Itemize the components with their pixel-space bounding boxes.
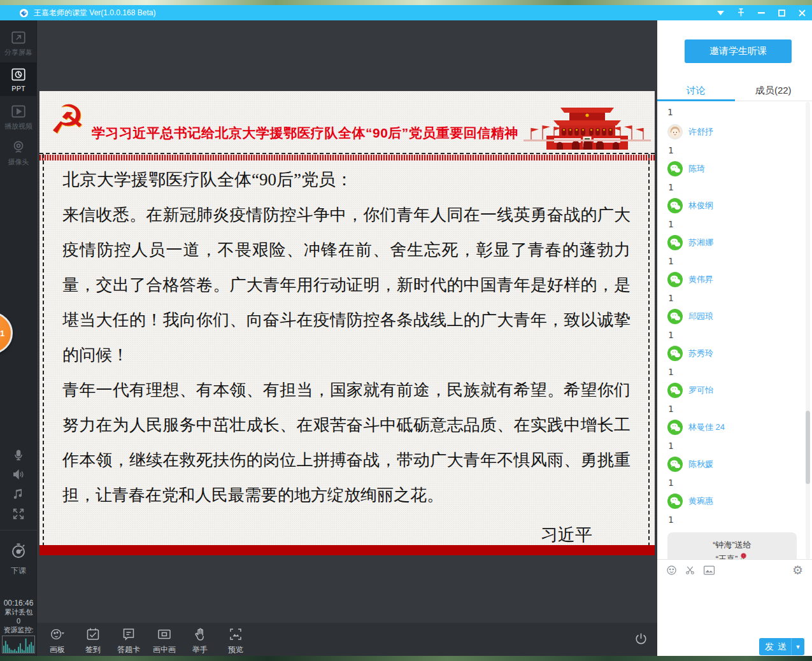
letter-paragraph: 青年一代有理想、有本领、有担当，国家就有前途，民族就有希望。希望你们努力在为人民…: [62, 373, 630, 513]
chat-message: 黄伟昇 1: [667, 271, 807, 303]
image-icon[interactable]: [703, 565, 715, 576]
sidebar: 分享屏幕 PPT 播放视频 摄像头 81: [0, 20, 37, 656]
tab-members[interactable]: 成员(22): [735, 82, 812, 101]
sidebar-divider: [0, 530, 37, 530]
chat-message-text: 1: [668, 145, 807, 155]
desktop-wallpaper-top: [0, 0, 812, 5]
presentation-stage: ☭ 学习习近平总书记给北京大学援鄂医疗队全体“90后”党员重要回信精神: [37, 20, 657, 656]
picture-in-picture-icon: [157, 627, 172, 642]
send-button[interactable]: 发送: [759, 638, 791, 655]
chat-sender-name: 邱园琅: [688, 311, 713, 322]
chat-message-text: 1: [668, 219, 807, 229]
gift-system-message: “钟海”送给 “王嘉”: [667, 532, 797, 559]
wechat-avatar: [667, 161, 683, 176]
sidebar-item-ppt[interactable]: PPT: [0, 62, 37, 96]
desktop-wallpaper-bottom: [0, 656, 812, 661]
answer-card-icon: [121, 627, 136, 642]
chat-message: 陈琦 1: [667, 160, 807, 192]
titlebar: 王嘉老师的课堂 Ver(1.0.0.168 Beta): [0, 5, 812, 20]
wechat-avatar: [667, 198, 683, 213]
send-options-caret[interactable]: ▼: [791, 638, 804, 655]
signin-calendar-icon: [85, 627, 101, 642]
chat-sender-name: 黄琬惠: [688, 495, 713, 507]
chat-message-list[interactable]: 1 许舒抒 1 陈琦 1: [657, 102, 807, 559]
chat-message: 陈秋媛 1: [667, 456, 807, 488]
app-window: 王嘉老师的课堂 Ver(1.0.0.168 Beta): [0, 0, 812, 661]
chat-message: 邱园琅 1: [667, 308, 807, 340]
share-screen-icon: [10, 29, 27, 46]
sidebar-item-camera[interactable]: 摄像头: [0, 139, 37, 167]
ppt-slide: ☭ 学习习近平总书记给北京大学援鄂医疗队全体“90后”党员重要回信精神: [39, 91, 655, 555]
end-class-button[interactable]: 下课: [0, 541, 37, 576]
chat-message: 罗可怡 1: [667, 382, 807, 414]
floating-badge[interactable]: 81: [0, 312, 13, 354]
chat-input[interactable]: [657, 581, 812, 636]
chat-message-text: 1: [668, 330, 807, 340]
sidebar-item-play-video[interactable]: 播放视频: [0, 103, 37, 131]
chat-panel: 邀请学生听课 讨论 成员(22) 1 许舒抒 1: [657, 20, 812, 656]
toolbar-item-signin[interactable]: 签到: [75, 627, 111, 655]
resource-monitor-graph: [2, 636, 35, 653]
music-icon[interactable]: [0, 487, 37, 501]
wechat-avatar: [667, 383, 683, 398]
power-icon[interactable]: [634, 632, 648, 649]
toolbar-item-pip[interactable]: 画中画: [146, 627, 182, 655]
ppt-icon: [10, 66, 27, 83]
chat-toolbar: ⚙: [657, 559, 812, 580]
chat-message: 苏湘娜 1: [667, 234, 807, 266]
settings-gear-icon[interactable]: ⚙: [792, 564, 803, 576]
dropdown-caret-icon[interactable]: [710, 5, 730, 20]
end-class-timer-icon: [9, 541, 28, 560]
resource-monitor-label: 资源监控:: [0, 625, 37, 634]
stage-toolbar: 画板 签到 答题卡 画中画: [37, 623, 657, 656]
send-button-group: 发送 ▼: [759, 638, 804, 655]
tab-discussion[interactable]: 讨论: [657, 82, 735, 101]
invite-students-button[interactable]: 邀请学生听课: [685, 39, 792, 63]
preview-icon: [228, 627, 243, 642]
toolbar-item-raise-hand[interactable]: 举手: [182, 627, 218, 655]
camera-icon: [10, 139, 27, 155]
chat-sender-name: 苏秀玲: [688, 348, 713, 359]
toolbar-item-answer-card[interactable]: 答题卡: [111, 627, 146, 655]
chat-message-text: 1: [667, 107, 807, 117]
wechat-avatar: [667, 457, 683, 472]
wechat-avatar: [667, 235, 683, 250]
close-button[interactable]: [792, 5, 812, 20]
microphone-icon[interactable]: [0, 448, 37, 462]
chat-message-text: 1: [668, 182, 807, 192]
chat-scrollbar-thumb[interactable]: [806, 411, 810, 484]
wechat-avatar: [667, 346, 683, 361]
letter-paragraph: 来信收悉。在新冠肺炎疫情防控斗争中，你们青年人同在一线英勇奋战的广大疫情防控人员…: [62, 197, 630, 373]
chat-message-text: 1: [668, 478, 807, 488]
play-video-icon: [10, 103, 27, 120]
maximize-button[interactable]: [771, 5, 792, 20]
chat-message-text: 1: [668, 404, 807, 414]
chat-message-text: 1: [668, 293, 807, 303]
minimize-button[interactable]: [751, 5, 771, 20]
class-timer: 00:16:46: [0, 599, 37, 608]
toolbar-item-whiteboard[interactable]: 画板: [39, 627, 75, 655]
connection-stats: 00:16:46 累计丢包 0 资源监控:: [0, 599, 37, 653]
letter-body: 北京大学援鄂医疗队全体“90后”党员： 来信收悉。在新冠肺炎疫情防控斗争中，你们…: [45, 162, 648, 555]
chat-sender-name: 林俊纲: [688, 200, 713, 211]
toolbar-item-preview[interactable]: 预览: [218, 627, 253, 655]
chat-sender-name: 苏湘娜: [688, 237, 713, 248]
chat-message: 苏秀玲 1: [667, 345, 807, 377]
rose-icon: [739, 553, 748, 559]
party-emblem-icon: ☭: [50, 95, 85, 145]
app-logo-icon: [19, 8, 29, 18]
screenshot-scissors-icon[interactable]: [685, 565, 695, 576]
fullscreen-icon[interactable]: [0, 507, 37, 521]
sidebar-item-share-screen[interactable]: 分享屏幕: [0, 29, 37, 57]
emoji-icon[interactable]: [666, 565, 677, 576]
chat-scrollbar[interactable]: [806, 102, 810, 559]
chat-message: 许舒抒 1: [667, 124, 807, 155]
chat-sender-name: 林曼佳 24: [688, 422, 725, 433]
speaker-icon[interactable]: [0, 467, 37, 481]
chat-sender-name: 罗可怡: [688, 385, 713, 396]
wechat-avatar: [667, 494, 683, 509]
pin-icon[interactable]: [730, 5, 751, 20]
wechat-avatar: [667, 309, 683, 324]
wechat-avatar: [667, 272, 683, 287]
chat-message-text: 1: [668, 515, 807, 525]
